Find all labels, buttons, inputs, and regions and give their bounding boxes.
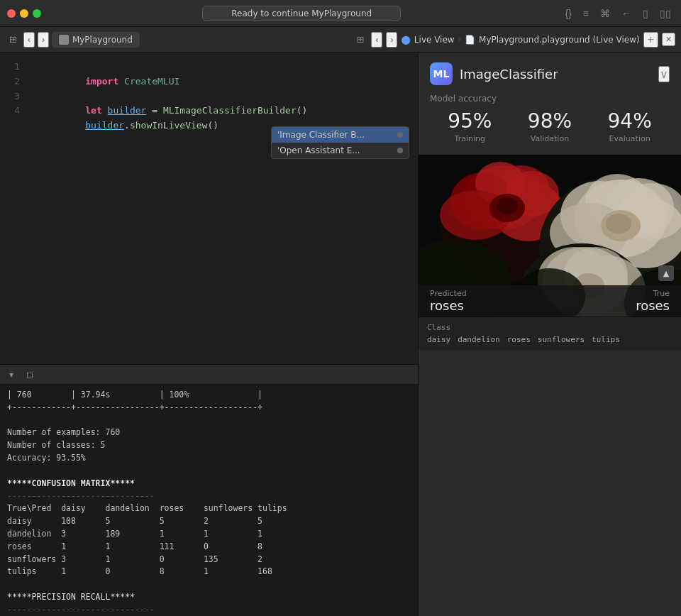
code-line-3: let builder = MLImageClassifierBuilder() <box>30 89 418 104</box>
code-editor[interactable]: 1 2 3 4 ▶ import CreateMLUI let builder … <box>0 53 418 365</box>
tab-myplayground[interactable]: MyPlayground <box>52 32 140 48</box>
confusion-row-dandelion: dandelion 3 189 1 1 1 <box>7 529 262 539</box>
playground-liveview-label[interactable]: MyPlayground.playground (Live View) <box>479 35 640 45</box>
tabbar-right: ⊞ ‹ › ⬤ Live View › 📄 MyPlayground.playg… <box>353 32 675 48</box>
confusion-matrix-header: *****CONFUSION MATRIX***** <box>7 478 135 488</box>
autocomplete-label-2: 'Open Assistant E... <box>277 145 360 155</box>
class-item-roses: roses <box>507 335 531 344</box>
console-output: | 760 | 37.94s | 100% | +------------+--… <box>0 385 418 616</box>
split-view-button1[interactable]: ▯ <box>640 6 651 21</box>
tab-nav-forward[interactable]: › <box>38 32 49 48</box>
validation-accuracy: 98% Validation <box>528 109 572 143</box>
collapse-button[interactable]: ∨ <box>658 66 670 82</box>
keyword-let: let <box>85 105 101 116</box>
card-header-left: ML ImageClassifier <box>430 62 558 85</box>
module-name: CreateMLUI <box>124 76 179 87</box>
model-accuracy-label: Model accuracy <box>430 94 670 104</box>
file-icon-small: 📄 <box>465 35 475 45</box>
separator-2: ------------------------------ <box>7 605 155 615</box>
titlebar-controls: {} ≡ ⌘ ← ▯ ▯▯ <box>562 6 674 21</box>
tab-close-button[interactable]: ✕ <box>662 33 675 46</box>
tabbar-left: ⊞ ‹ › MyPlayground <box>6 32 350 48</box>
scroll-up-button[interactable]: ▲ <box>658 265 674 281</box>
live-view-icon: ⬤ <box>401 35 410 45</box>
left-panel: 1 2 3 4 ▶ import CreateMLUI let builder … <box>0 53 419 616</box>
autocomplete-dropdown[interactable]: 'Image Classifier B... 'Open Assistant E… <box>271 126 409 159</box>
console-panel: ▾ ◻ | 760 | 37.94s | 100% | +-----------… <box>0 365 418 616</box>
confusion-row-daisy: daisy 108 5 5 2 5 <box>7 516 262 526</box>
grid-icon[interactable]: ⊞ <box>6 33 21 46</box>
traffic-lights <box>7 9 41 18</box>
titlebar-center: Ready to continue MyPlayground <box>47 6 556 21</box>
playground-file-icon <box>59 35 69 45</box>
classifier-card: ML ImageClassifier ∨ Model accuracy 95% … <box>419 53 681 155</box>
classifier-title: ImageClassifier <box>460 67 558 82</box>
keyword-import: import <box>85 76 118 87</box>
console-toggle-btn[interactable]: ▾ <box>6 368 17 381</box>
confusion-row-sunflowers: sunflowers 3 1 0 135 2 <box>7 554 262 564</box>
classes-count: Number of classes: 5 <box>7 440 105 450</box>
training-pct: 95% <box>448 109 492 133</box>
tab-right-forward[interactable]: › <box>386 32 397 48</box>
liveview-tab-label[interactable]: Live View <box>414 35 455 45</box>
curly-braces-button[interactable]: {} <box>562 6 574 21</box>
line-number-4: 4 <box>0 104 20 119</box>
autocomplete-label-1: 'Image Classifier B... <box>277 130 365 140</box>
titlebar: Ready to continue MyPlayground {} ≡ ⌘ ← … <box>0 0 681 27</box>
code-line-1: import CreateMLUI <box>30 60 418 75</box>
ml-icon: ML <box>430 62 453 85</box>
tab-nav-back[interactable]: ‹ <box>23 32 35 48</box>
code-content[interactable]: import CreateMLUI let builder = MLImageC… <box>27 53 418 364</box>
confusion-col-headers: True\Pred daisy dandelion roses sunflowe… <box>7 503 287 513</box>
class-label: Class <box>427 323 672 332</box>
accuracy-row: 95% Training 98% Validation 94% Evaluati… <box>430 109 670 143</box>
tab-right-back[interactable]: ‹ <box>371 32 382 48</box>
sidebar-classes: Class daisy dandelion roses sunflowers t… <box>419 317 681 350</box>
autocomplete-item-1[interactable]: 'Image Classifier B... <box>272 127 409 143</box>
predicted-section: Predicted roses <box>430 289 467 313</box>
list-button[interactable]: ≡ <box>580 6 592 21</box>
training-accuracy: 95% Training <box>448 109 492 143</box>
class-item-sunflowers: sunflowers <box>538 335 585 344</box>
autocomplete-item-2[interactable]: 'Open Assistant E... <box>272 143 409 158</box>
card-header: ML ImageClassifier ∨ <box>430 62 670 85</box>
evaluation-accuracy: 94% Evaluation <box>608 109 652 143</box>
predicted-label: Predicted <box>430 289 467 298</box>
tab-add-button[interactable]: + <box>643 32 658 48</box>
back-button[interactable]: ← <box>619 6 634 21</box>
autocomplete-icon-1 <box>397 132 403 138</box>
predicted-value: roses <box>430 298 467 313</box>
separator-1: ------------------------------ <box>7 491 155 501</box>
true-section: True roses <box>636 289 670 313</box>
ml-icon-text: ML <box>433 68 450 79</box>
method-name: showInLiveView <box>130 120 208 131</box>
precision-recall-header: *****PRECISION RECALL***** <box>7 592 135 602</box>
var-builder: builder <box>108 105 147 116</box>
flower-image-container: Predicted roses True roses ▲ <box>419 155 681 317</box>
split-view-button2[interactable]: ▯▯ <box>657 6 674 21</box>
class-items: daisy dandelion roses sunflowers tulips <box>427 335 672 344</box>
class-item-daisy: daisy <box>427 335 450 344</box>
console-clear-btn[interactable]: ◻ <box>23 368 37 381</box>
console-toolbar: ▾ ◻ <box>0 365 418 385</box>
fullscreen-button[interactable] <box>33 9 41 18</box>
minimize-button[interactable] <box>20 9 28 18</box>
autocomplete-icon-2 <box>397 148 403 153</box>
prediction-bar: Predicted roses True roses <box>419 285 681 317</box>
breadcrumb-separator: › <box>458 35 461 44</box>
link-button[interactable]: ⌘ <box>597 6 613 21</box>
confusion-row-roses: roses 1 1 111 0 8 <box>7 541 262 551</box>
validation-label: Validation <box>528 134 572 143</box>
tabbar: ⊞ ‹ › MyPlayground ⊞ ‹ › ⬤ Live View › 📄… <box>0 27 681 53</box>
validation-pct: 98% <box>528 109 572 133</box>
main-content: 1 2 3 4 ▶ import CreateMLUI let builder … <box>0 53 681 616</box>
class-item-tulips: tulips <box>592 335 620 344</box>
tab-myplayground-label: MyPlayground <box>72 35 133 45</box>
line-number-1: 1 <box>0 60 20 75</box>
split-icon[interactable]: ⊞ <box>353 33 368 46</box>
line-number-3: 3 <box>0 89 20 104</box>
true-value: roses <box>636 298 670 313</box>
close-button[interactable] <box>7 9 16 18</box>
evaluation-label: Evaluation <box>608 134 652 143</box>
titlebar-search[interactable]: Ready to continue MyPlayground <box>202 6 401 21</box>
